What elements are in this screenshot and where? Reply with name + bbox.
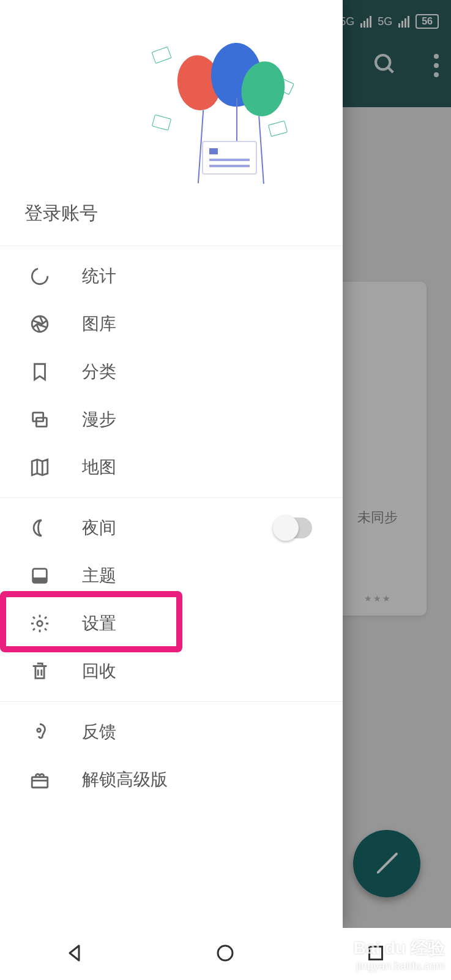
theme-icon — [29, 565, 50, 586]
ear-icon — [29, 722, 50, 742]
menu-item-night[interactable]: 夜间 — [0, 504, 343, 552]
menu-item-recycle[interactable]: 回收 — [0, 647, 343, 695]
menu-item-feedback[interactable]: 反馈 — [0, 708, 343, 756]
svg-point-19 — [37, 728, 41, 732]
menu-section-1: 统计 图库 分类 漫步 地图 — [0, 246, 343, 497]
gear-icon — [29, 613, 50, 634]
trash-icon — [29, 661, 50, 682]
svg-point-22 — [218, 946, 233, 960]
navigation-drawer: 登录账号 统计 图库 分类 漫步 — [0, 0, 343, 928]
menu-label: 设置 — [82, 612, 116, 635]
menu-label: 反馈 — [82, 720, 116, 744]
aperture-icon — [29, 314, 50, 334]
bookmark-icon — [29, 361, 50, 382]
svg-point-16 — [37, 621, 43, 627]
watermark-url: jingyan.baidu.com — [354, 960, 445, 973]
svg-point-2 — [32, 268, 48, 284]
map-icon — [29, 457, 50, 478]
gift-icon — [29, 769, 50, 790]
menu-item-walk[interactable]: 漫步 — [0, 396, 343, 443]
menu-item-stats[interactable]: 统计 — [0, 252, 343, 300]
menu-label: 夜间 — [82, 516, 116, 540]
svg-rect-15 — [33, 578, 47, 583]
drawer-scrim[interactable] — [343, 0, 451, 928]
menu-label: 地图 — [82, 456, 116, 479]
layers-icon — [29, 409, 50, 430]
back-button[interactable] — [64, 942, 86, 967]
menu-item-category[interactable]: 分类 — [0, 348, 343, 396]
login-label: 登录账号 — [24, 203, 98, 223]
menu-label: 图库 — [82, 312, 116, 336]
night-mode-toggle[interactable] — [275, 518, 312, 538]
menu-item-map[interactable]: 地图 — [0, 443, 343, 491]
menu-label: 漫步 — [82, 408, 116, 431]
circle-progress-icon — [29, 266, 50, 287]
menu-section-3: 反馈 解锁高级版 — [0, 702, 343, 810]
menu-label: 统计 — [82, 265, 116, 288]
menu-item-gallery[interactable]: 图库 — [0, 300, 343, 348]
drawer-header-illustration — [0, 0, 343, 184]
menu-label: 分类 — [82, 360, 116, 383]
menu-item-theme[interactable]: 主题 — [0, 552, 343, 600]
login-account-button[interactable]: 登录账号 — [0, 184, 343, 246]
watermark-brand: Bai du 经验 — [354, 937, 445, 960]
svg-point-3 — [32, 316, 48, 332]
watermark: Bai du 经验 jingyan.baidu.com — [354, 937, 445, 973]
menu-item-settings[interactable]: 设置 — [0, 600, 343, 647]
envelope-icon — [202, 141, 257, 175]
menu-section-2: 夜间 主题 设置 回收 — [0, 498, 343, 701]
home-button[interactable] — [214, 942, 236, 967]
menu-item-unlock-premium[interactable]: 解锁高级版 — [0, 756, 343, 804]
menu-label: 解锁高级版 — [82, 768, 168, 791]
svg-rect-20 — [32, 777, 48, 788]
moon-icon — [29, 518, 50, 538]
menu-label: 回收 — [82, 660, 116, 683]
menu-label: 主题 — [82, 564, 116, 587]
